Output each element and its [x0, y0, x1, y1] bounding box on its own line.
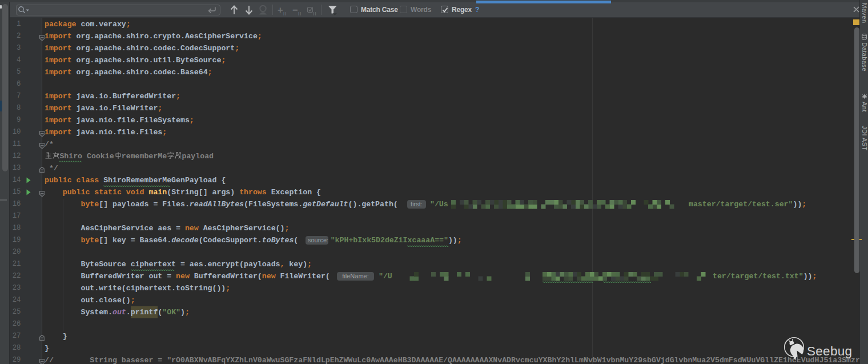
svg-text:Seebug: Seebug: [807, 344, 852, 358]
